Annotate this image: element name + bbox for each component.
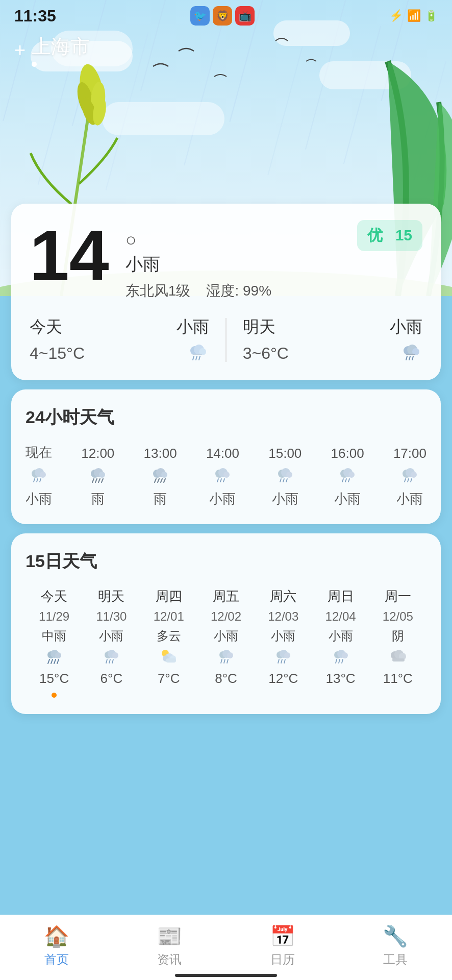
svg-line-71 bbox=[57, 659, 59, 664]
daily-icon-0 bbox=[43, 648, 65, 667]
daily-col-2: 周四 12/01 多云 7°C bbox=[140, 587, 197, 698]
weather-wind-humidity: 东北风1级 湿度: 99% bbox=[125, 281, 345, 301]
svg-line-11 bbox=[193, 356, 194, 360]
nav-item-home[interactable]: 🏠 首页 bbox=[0, 924, 113, 968]
svg-rect-10 bbox=[193, 354, 202, 355]
hour-time-2: 13:00 bbox=[144, 446, 177, 461]
nav-label-tools: 工具 bbox=[383, 951, 408, 968]
hour-desc-3: 小雨 bbox=[209, 490, 236, 508]
svg-point-9 bbox=[199, 348, 206, 355]
svg-line-58 bbox=[348, 479, 349, 482]
svg-line-86 bbox=[221, 659, 222, 663]
daily-dow-3: 周五 bbox=[213, 587, 239, 605]
svg-point-49 bbox=[286, 472, 292, 478]
daily-dow-1: 明天 bbox=[98, 587, 124, 605]
aqi-level: 优 bbox=[367, 227, 383, 243]
svg-line-99 bbox=[339, 659, 340, 663]
status-icons: ⚡ 📶 🔋 bbox=[389, 9, 438, 22]
svg-line-19 bbox=[409, 356, 410, 360]
current-weather-card: 14 ○ 小雨 东北风1级 湿度: 99% 优 15 今天 bbox=[11, 204, 441, 380]
daily-temp-0: 15°C bbox=[39, 671, 69, 687]
hour-icon-3 bbox=[211, 467, 234, 485]
daily-icon-6 bbox=[387, 648, 409, 667]
svg-line-92 bbox=[278, 659, 279, 663]
daily-weather-2: 多云 bbox=[157, 628, 181, 644]
svg-line-44 bbox=[217, 479, 218, 482]
daily-dow-4: 周六 bbox=[270, 587, 296, 605]
daily-col-3: 周五 12/02 小雨 8°C bbox=[197, 587, 255, 698]
status-time: 11:35 bbox=[14, 7, 56, 26]
svg-line-100 bbox=[342, 659, 343, 663]
city-indicator-dot bbox=[32, 62, 37, 67]
svg-line-68 bbox=[48, 659, 49, 664]
daily-temp-1: 6°C bbox=[101, 671, 123, 687]
svg-line-93 bbox=[281, 659, 282, 663]
svg-line-18 bbox=[406, 356, 407, 360]
hour-icon-5 bbox=[336, 467, 359, 485]
svg-line-33 bbox=[102, 479, 103, 482]
svg-line-70 bbox=[54, 659, 56, 664]
home-icon: 🏠 bbox=[44, 924, 69, 948]
svg-point-43 bbox=[223, 472, 230, 478]
aqi-value: 15 bbox=[395, 227, 412, 243]
svg-point-61 bbox=[411, 472, 417, 478]
daily-date-1: 11/30 bbox=[96, 609, 127, 624]
nav-item-calendar[interactable]: 📅 日历 bbox=[226, 924, 339, 968]
nav-item-tools[interactable]: 🔧 工具 bbox=[339, 924, 453, 968]
svg-line-63 bbox=[408, 479, 409, 482]
svg-line-24 bbox=[34, 479, 35, 482]
svg-line-52 bbox=[286, 479, 287, 482]
hour-time-0: 现在 bbox=[26, 444, 52, 461]
tomorrow-label: 明天 bbox=[243, 316, 275, 338]
svg-line-56 bbox=[342, 479, 343, 482]
hour-time-4: 15:00 bbox=[268, 446, 302, 461]
hour-icon-1 bbox=[87, 467, 109, 485]
tomorrow-section: 明天 小雨 3~6°C bbox=[227, 316, 422, 364]
svg-point-29 bbox=[99, 472, 105, 478]
daily-weather-1: 小雨 bbox=[99, 628, 123, 644]
svg-point-16 bbox=[412, 348, 419, 355]
nav-label-home: 首页 bbox=[44, 951, 69, 968]
bluetooth-icon: ⚡ bbox=[389, 9, 403, 22]
temperature-display: 14 bbox=[30, 220, 109, 291]
svg-line-76 bbox=[109, 659, 110, 663]
hour-time-3: 14:00 bbox=[206, 446, 239, 461]
hour-desc-6: 小雨 bbox=[396, 490, 423, 508]
degree-symbol: ○ bbox=[125, 229, 345, 251]
daily-dow-2: 周四 bbox=[156, 587, 182, 605]
daily-temp-6: 11°C bbox=[383, 671, 413, 687]
svg-point-67 bbox=[55, 652, 61, 658]
svg-line-50 bbox=[280, 479, 281, 482]
daily-icon-4 bbox=[272, 648, 294, 667]
svg-line-98 bbox=[336, 659, 337, 663]
news-icon: 📰 bbox=[157, 924, 182, 948]
hour-item-6: 17:00 小雨 bbox=[393, 446, 426, 508]
daily-dow-5: 周日 bbox=[328, 587, 354, 605]
today-label: 今天 bbox=[30, 316, 62, 338]
hourly-items: 现在 小雨 12:00 bbox=[26, 444, 426, 508]
svg-line-37 bbox=[155, 479, 156, 482]
svg-line-12 bbox=[196, 356, 197, 360]
add-city-button[interactable]: + bbox=[14, 39, 26, 61]
tomorrow-weather-icon bbox=[399, 342, 422, 364]
svg-line-64 bbox=[411, 479, 412, 482]
daily-date-2: 12/01 bbox=[154, 609, 184, 624]
daily-title: 15日天气 bbox=[26, 550, 426, 573]
svg-line-88 bbox=[227, 659, 228, 663]
daily-temp-4: 12°C bbox=[268, 671, 298, 687]
today-temp: 4~15°C bbox=[30, 344, 85, 363]
nav-item-news[interactable]: 📰 资讯 bbox=[113, 924, 227, 968]
aqi-badge: 优 15 bbox=[357, 220, 422, 251]
hour-item-0: 现在 小雨 bbox=[26, 444, 52, 508]
svg-rect-82 bbox=[166, 658, 176, 663]
svg-point-23 bbox=[40, 472, 46, 478]
daily-col-1: 明天 11/30 小雨 6°C bbox=[83, 587, 140, 698]
daily-icon-5 bbox=[330, 648, 351, 667]
nav-label-calendar: 日历 bbox=[270, 951, 295, 968]
svg-line-77 bbox=[112, 659, 113, 663]
city-name: 上海市 bbox=[32, 36, 90, 57]
wind-label: 东北风1级 bbox=[125, 283, 191, 299]
svg-point-85 bbox=[227, 652, 233, 658]
svg-point-74 bbox=[112, 652, 118, 658]
hour-icon-6 bbox=[398, 467, 421, 485]
